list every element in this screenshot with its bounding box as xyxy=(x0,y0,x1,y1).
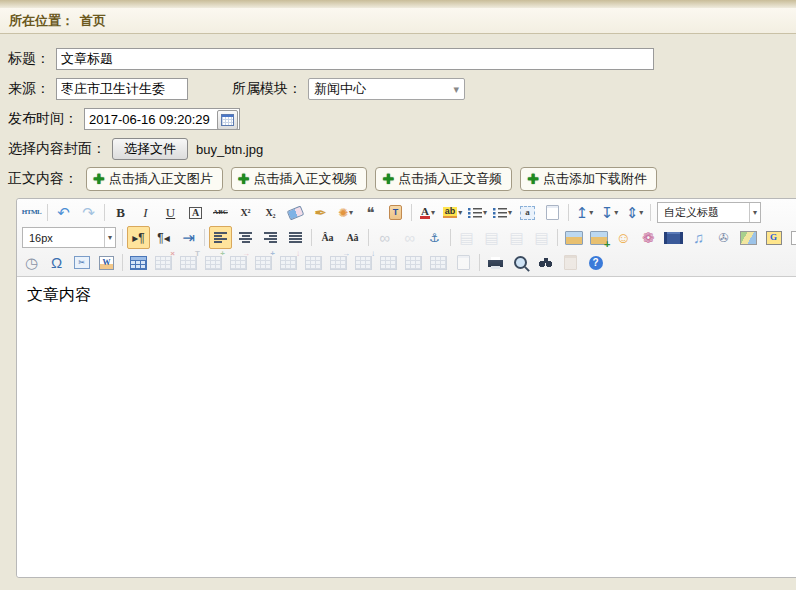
chevron-down-icon: ▾ xyxy=(483,208,487,217)
unlink-icon[interactable]: ∞ xyxy=(398,226,421,249)
gmap-icon[interactable]: G xyxy=(762,226,785,249)
heading-select[interactable]: 自定义标题▾ xyxy=(657,202,761,223)
bold-icon[interactable]: B xyxy=(109,201,132,224)
underline-icon[interactable]: U xyxy=(159,201,182,224)
merge-down-icon[interactable]: ↓ xyxy=(352,251,375,274)
link-icon: ∞ xyxy=(379,230,390,245)
table-title-icon[interactable]: T xyxy=(177,251,200,274)
space-below-icon[interactable]: ↧▾ xyxy=(598,201,621,224)
insert-col-icon[interactable]: + xyxy=(252,251,275,274)
search-replace-icon[interactable] xyxy=(534,251,557,274)
align-justify-icon[interactable] xyxy=(284,226,307,249)
blockquote-icon[interactable]: ❝ xyxy=(359,201,382,224)
new-doc-icon[interactable] xyxy=(541,201,564,224)
strikethrough-icon[interactable]: ABC xyxy=(209,201,232,224)
paste-icon[interactable] xyxy=(559,251,582,274)
map-icon[interactable] xyxy=(737,226,760,249)
align-center-icon[interactable] xyxy=(234,226,257,249)
attachment-icon[interactable]: ✇ xyxy=(712,226,735,249)
add-download-attachment-button[interactable]: ✚ 点击添加下载附件 xyxy=(520,167,657,191)
module-select[interactable]: 新闻中心 ▾ xyxy=(308,78,465,100)
insert-col-icon-badge: + xyxy=(270,250,275,258)
remove-format-icon xyxy=(287,205,305,220)
split-cells-icon[interactable] xyxy=(377,251,400,274)
split-cols-icon[interactable] xyxy=(427,251,450,274)
datetime-icon[interactable]: ◷ xyxy=(20,251,43,274)
redo-icon[interactable]: ↷ xyxy=(77,201,100,224)
calendar-button[interactable] xyxy=(217,110,238,130)
breadcrumb-home-link[interactable]: 首页 xyxy=(80,12,106,30)
highlight-color-icon[interactable]: ab▾ xyxy=(441,201,464,224)
insert-body-audio-button[interactable]: ✚ 点击插入正文音频 xyxy=(375,167,512,191)
undo-icon[interactable]: ↶ xyxy=(52,201,75,224)
editor-content-area[interactable]: 文章内容 xyxy=(17,277,796,577)
insert-row-icon[interactable]: + xyxy=(202,251,225,274)
unordered-list-icon[interactable]: ▾ xyxy=(491,201,514,224)
merge-cells-icon[interactable] xyxy=(302,251,325,274)
remove-format-icon[interactable] xyxy=(284,201,307,224)
align-right-icon[interactable] xyxy=(259,226,282,249)
word-image-icon[interactable]: W xyxy=(95,251,118,274)
insert-image-icon[interactable] xyxy=(562,226,585,249)
preview-icon[interactable] xyxy=(509,251,532,274)
paste-text-icon[interactable]: T xyxy=(384,201,407,224)
scrawl-icon[interactable]: ❁ xyxy=(637,226,660,249)
font-color-icon[interactable]: A▾ xyxy=(416,201,439,224)
insert-iframe-icon: ● xyxy=(791,231,796,245)
font-border-icon[interactable]: A xyxy=(184,201,207,224)
source-input[interactable] xyxy=(56,78,188,100)
rich-text-editor: HTML↶↷BIUAABCX²X₂✒✺▾❝TA▾ab▾▾▾a↥▾↧▾⇕▾自定义标… xyxy=(16,198,796,578)
insert-body-image-button[interactable]: ✚ 点击插入正文图片 xyxy=(86,167,223,191)
align-center-icon xyxy=(239,232,252,243)
merge-right-icon[interactable]: → xyxy=(327,251,350,274)
undo-icon: ↶ xyxy=(57,205,70,220)
space-above-icon[interactable]: ↥▾ xyxy=(573,201,596,224)
insert-music-icon[interactable]: ♫ xyxy=(687,226,710,249)
align-justify-icon xyxy=(289,232,302,243)
insert-row-icon-badge: + xyxy=(220,250,225,258)
format-brush-icon[interactable]: ✒ xyxy=(309,201,332,224)
font-size-select[interactable]: 16px▾ xyxy=(22,227,116,248)
help-icon[interactable]: ? xyxy=(584,251,607,274)
to-uppercase-icon[interactable]: Âa xyxy=(316,226,339,249)
print-icon[interactable] xyxy=(484,251,507,274)
ltr-icon[interactable]: ▸¶ xyxy=(127,226,150,249)
split-rows-icon[interactable] xyxy=(402,251,425,274)
source-code-icon[interactable]: HTML xyxy=(20,201,43,224)
superscript-icon[interactable]: X² xyxy=(234,201,257,224)
toolbar-separator xyxy=(122,229,123,246)
line-height-icon[interactable]: ⇕▾ xyxy=(623,201,646,224)
rtl-icon[interactable]: ¶◂ xyxy=(152,226,175,249)
italic-icon[interactable]: I xyxy=(134,201,157,224)
special-char-icon[interactable]: Ω xyxy=(45,251,68,274)
delete-table-icon-badge: × xyxy=(170,250,175,258)
insert-iframe-icon[interactable]: ● xyxy=(787,226,796,249)
to-lowercase-icon[interactable]: Aâ xyxy=(341,226,364,249)
delete-table-icon[interactable]: × xyxy=(152,251,175,274)
choose-file-button[interactable]: 选择文件 xyxy=(112,138,188,160)
emotion-icon[interactable]: ☺ xyxy=(612,226,635,249)
link-icon[interactable]: ∞ xyxy=(373,226,396,249)
ordered-list-icon[interactable]: ▾ xyxy=(466,201,489,224)
align-left-icon[interactable] xyxy=(209,226,232,249)
insert-table-icon[interactable] xyxy=(127,251,150,274)
image-align-right-icon[interactable]: ▤ xyxy=(530,226,553,249)
inline-code-icon[interactable]: a xyxy=(516,201,539,224)
insert-body-video-button[interactable]: ✚ 点击插入正文视频 xyxy=(231,167,368,191)
image-align-center-icon[interactable]: ▤ xyxy=(505,226,528,249)
delete-col-icon[interactable]: ↓ xyxy=(277,251,300,274)
image-align-left-icon[interactable]: ▤ xyxy=(480,226,503,249)
indent-icon[interactable]: ⇥ xyxy=(177,226,200,249)
page-break-icon[interactable] xyxy=(452,251,475,274)
subscript-icon[interactable]: X₂ xyxy=(259,201,282,224)
split-cols-icon xyxy=(430,256,447,270)
image-align-none-icon[interactable]: ▤ xyxy=(455,226,478,249)
image-manager-icon[interactable] xyxy=(587,226,610,249)
screenshot-icon[interactable]: ✂ xyxy=(70,251,93,274)
title-input[interactable] xyxy=(56,48,654,70)
insert-video-icon[interactable] xyxy=(662,226,685,249)
anchor-icon[interactable]: ⚓ xyxy=(423,226,446,249)
font-border-icon: A xyxy=(189,207,202,219)
delete-row-icon[interactable]: → xyxy=(227,251,250,274)
auto-typeset-icon[interactable]: ✺▾ xyxy=(334,201,357,224)
